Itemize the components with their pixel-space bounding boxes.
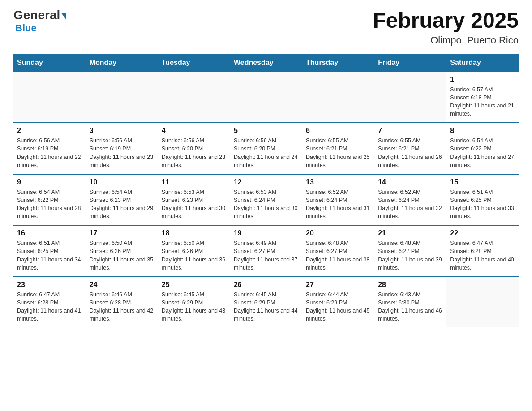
day-number: 4	[162, 127, 226, 135]
day-detail: Sunrise: 6:45 AMSunset: 6:29 PMDaylight:…	[234, 291, 298, 323]
day-detail: Sunrise: 6:53 AMSunset: 6:24 PMDaylight:…	[234, 188, 298, 221]
day-number: 21	[378, 229, 442, 237]
calendar-cell: 1Sunrise: 6:57 AMSunset: 6:18 PMDaylight…	[446, 72, 519, 123]
day-detail: Sunrise: 6:51 AMSunset: 6:25 PMDaylight:…	[450, 188, 515, 221]
calendar-week-5: 23Sunrise: 6:47 AMSunset: 6:28 PMDayligh…	[13, 277, 519, 328]
day-detail: Sunrise: 6:56 AMSunset: 6:19 PMDaylight:…	[90, 137, 154, 169]
calendar-cell: 22Sunrise: 6:47 AMSunset: 6:28 PMDayligh…	[446, 225, 519, 277]
day-detail: Sunrise: 6:51 AMSunset: 6:25 PMDaylight:…	[17, 239, 82, 272]
day-number: 6	[306, 127, 370, 135]
calendar-cell	[158, 72, 230, 123]
calendar-week-1: 1Sunrise: 6:57 AMSunset: 6:18 PMDaylight…	[13, 72, 519, 123]
day-number: 15	[450, 178, 515, 186]
day-detail: Sunrise: 6:56 AMSunset: 6:19 PMDaylight:…	[17, 137, 82, 169]
calendar-cell: 6Sunrise: 6:55 AMSunset: 6:21 PMDaylight…	[302, 123, 374, 174]
day-number: 1	[450, 76, 515, 84]
calendar-cell	[374, 72, 446, 123]
day-number: 22	[450, 229, 515, 237]
day-detail: Sunrise: 6:50 AMSunset: 6:26 PMDaylight:…	[162, 239, 226, 272]
calendar-cell	[302, 72, 374, 123]
calendar-cell: 10Sunrise: 6:54 AMSunset: 6:23 PMDayligh…	[86, 174, 158, 226]
title-block: February 2025 Olimpo, Puerto Rico	[373, 9, 519, 46]
day-number: 11	[162, 178, 226, 186]
day-detail: Sunrise: 6:43 AMSunset: 6:30 PMDaylight:…	[378, 291, 442, 323]
day-number: 26	[234, 281, 298, 289]
day-header-monday: Monday	[86, 54, 158, 72]
day-detail: Sunrise: 6:52 AMSunset: 6:24 PMDaylight:…	[306, 188, 370, 221]
day-detail: Sunrise: 6:48 AMSunset: 6:27 PMDaylight:…	[306, 239, 370, 272]
day-detail: Sunrise: 6:55 AMSunset: 6:21 PMDaylight:…	[306, 137, 370, 169]
calendar-table: SundayMondayTuesdayWednesdayThursdayFrid…	[13, 54, 519, 328]
day-number: 10	[90, 178, 154, 186]
day-detail: Sunrise: 6:54 AMSunset: 6:22 PMDaylight:…	[450, 137, 515, 169]
calendar-subtitle: Olimpo, Puerto Rico	[373, 34, 519, 46]
logo-arrow-icon	[61, 13, 66, 20]
day-detail: Sunrise: 6:50 AMSunset: 6:26 PMDaylight:…	[90, 239, 154, 272]
day-number: 16	[17, 229, 82, 237]
day-detail: Sunrise: 6:54 AMSunset: 6:22 PMDaylight:…	[17, 188, 82, 221]
logo: General Blue	[13, 9, 66, 34]
calendar-title: February 2025	[373, 9, 519, 33]
calendar-week-4: 16Sunrise: 6:51 AMSunset: 6:25 PMDayligh…	[13, 225, 519, 277]
day-number: 18	[162, 229, 226, 237]
day-number: 5	[234, 127, 298, 135]
calendar-cell: 20Sunrise: 6:48 AMSunset: 6:27 PMDayligh…	[302, 225, 374, 277]
calendar-cell: 9Sunrise: 6:54 AMSunset: 6:22 PMDaylight…	[13, 174, 86, 226]
calendar-cell: 15Sunrise: 6:51 AMSunset: 6:25 PMDayligh…	[446, 174, 519, 226]
day-detail: Sunrise: 6:45 AMSunset: 6:29 PMDaylight:…	[162, 291, 226, 323]
calendar-cell: 11Sunrise: 6:53 AMSunset: 6:23 PMDayligh…	[158, 174, 230, 226]
logo-text: General	[13, 9, 66, 21]
day-number: 25	[162, 281, 226, 289]
day-number: 28	[378, 281, 442, 289]
calendar-cell: 19Sunrise: 6:49 AMSunset: 6:27 PMDayligh…	[230, 225, 302, 277]
day-number: 14	[378, 178, 442, 186]
day-number: 12	[234, 178, 298, 186]
day-detail: Sunrise: 6:55 AMSunset: 6:21 PMDaylight:…	[378, 137, 442, 169]
day-number: 9	[17, 178, 82, 186]
day-number: 20	[306, 229, 370, 237]
calendar-cell: 28Sunrise: 6:43 AMSunset: 6:30 PMDayligh…	[374, 277, 446, 328]
calendar-cell: 18Sunrise: 6:50 AMSunset: 6:26 PMDayligh…	[158, 225, 230, 277]
calendar-cell: 5Sunrise: 6:56 AMSunset: 6:20 PMDaylight…	[230, 123, 302, 174]
day-detail: Sunrise: 6:56 AMSunset: 6:20 PMDaylight:…	[162, 137, 226, 169]
day-header-sunday: Sunday	[13, 54, 86, 72]
day-number: 2	[17, 127, 82, 135]
calendar-week-2: 2Sunrise: 6:56 AMSunset: 6:19 PMDaylight…	[13, 123, 519, 174]
calendar-cell: 12Sunrise: 6:53 AMSunset: 6:24 PMDayligh…	[230, 174, 302, 226]
day-number: 19	[234, 229, 298, 237]
calendar-cell: 23Sunrise: 6:47 AMSunset: 6:28 PMDayligh…	[13, 277, 86, 328]
day-number: 24	[90, 281, 154, 289]
day-detail: Sunrise: 6:54 AMSunset: 6:23 PMDaylight:…	[90, 188, 154, 221]
day-detail: Sunrise: 6:49 AMSunset: 6:27 PMDaylight:…	[234, 239, 298, 272]
page-header: General Blue February 2025 Olimpo, Puert…	[13, 9, 519, 46]
day-header-friday: Friday	[374, 54, 446, 72]
logo-blue: Blue	[15, 22, 37, 34]
calendar-cell: 2Sunrise: 6:56 AMSunset: 6:19 PMDaylight…	[13, 123, 86, 174]
day-number: 23	[17, 281, 82, 289]
day-detail: Sunrise: 6:52 AMSunset: 6:24 PMDaylight:…	[378, 188, 442, 221]
day-number: 13	[306, 178, 370, 186]
day-detail: Sunrise: 6:57 AMSunset: 6:18 PMDaylight:…	[450, 86, 515, 118]
day-detail: Sunrise: 6:53 AMSunset: 6:23 PMDaylight:…	[162, 188, 226, 221]
calendar-cell: 8Sunrise: 6:54 AMSunset: 6:22 PMDaylight…	[446, 123, 519, 174]
calendar-week-3: 9Sunrise: 6:54 AMSunset: 6:22 PMDaylight…	[13, 174, 519, 226]
day-number: 3	[90, 127, 154, 135]
day-detail: Sunrise: 6:56 AMSunset: 6:20 PMDaylight:…	[234, 137, 298, 169]
day-detail: Sunrise: 6:46 AMSunset: 6:28 PMDaylight:…	[90, 291, 154, 323]
calendar-cell	[86, 72, 158, 123]
logo-general: General	[13, 8, 60, 22]
calendar-cell	[13, 72, 86, 123]
calendar-cell: 13Sunrise: 6:52 AMSunset: 6:24 PMDayligh…	[302, 174, 374, 226]
calendar-cell: 14Sunrise: 6:52 AMSunset: 6:24 PMDayligh…	[374, 174, 446, 226]
calendar-cell: 25Sunrise: 6:45 AMSunset: 6:29 PMDayligh…	[158, 277, 230, 328]
day-detail: Sunrise: 6:44 AMSunset: 6:29 PMDaylight:…	[306, 291, 370, 323]
calendar-cell: 27Sunrise: 6:44 AMSunset: 6:29 PMDayligh…	[302, 277, 374, 328]
calendar-cell: 21Sunrise: 6:48 AMSunset: 6:27 PMDayligh…	[374, 225, 446, 277]
calendar-cell: 24Sunrise: 6:46 AMSunset: 6:28 PMDayligh…	[86, 277, 158, 328]
day-header-tuesday: Tuesday	[158, 54, 230, 72]
calendar-header-row: SundayMondayTuesdayWednesdayThursdayFrid…	[13, 54, 519, 72]
day-detail: Sunrise: 6:47 AMSunset: 6:28 PMDaylight:…	[450, 239, 515, 272]
day-header-wednesday: Wednesday	[230, 54, 302, 72]
day-number: 27	[306, 281, 370, 289]
calendar-cell: 7Sunrise: 6:55 AMSunset: 6:21 PMDaylight…	[374, 123, 446, 174]
